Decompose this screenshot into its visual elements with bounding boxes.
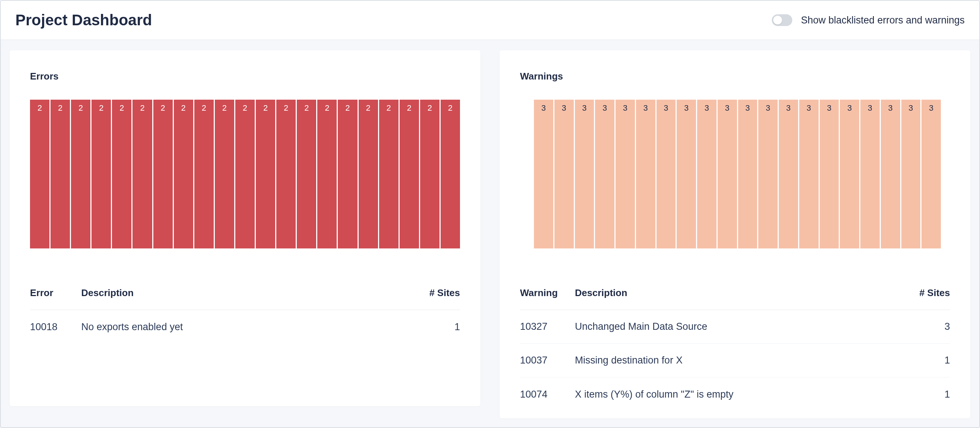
blacklist-toggle-label: Show blacklisted errors and warnings [801, 14, 965, 26]
errors-chart-bar[interactable]: 2 [132, 100, 152, 248]
warnings-chart-bar[interactable]: 3 [554, 100, 574, 248]
warnings-chart-bar[interactable]: 3 [718, 100, 737, 248]
warning-description: Unchanged Main Data Source [575, 321, 899, 332]
table-row[interactable]: 10074X items (Y%) of column "Z" is empty… [520, 377, 950, 411]
warning-sites: 1 [899, 389, 950, 400]
errors-chart-bar[interactable]: 2 [71, 100, 91, 248]
errors-chart: 222222222222222222222 [30, 100, 460, 248]
col-header-warning-desc: Description [575, 287, 899, 299]
errors-chart-bar[interactable]: 2 [91, 100, 111, 248]
errors-chart-bar[interactable]: 2 [317, 100, 337, 248]
table-row[interactable]: 10018No exports enabled yet1 [30, 310, 460, 344]
table-row[interactable]: 10037Missing destination for X1 [520, 344, 950, 377]
warnings-chart: 33333333333333333333 [520, 100, 950, 248]
warnings-chart-bar[interactable]: 3 [595, 100, 614, 248]
errors-panel-title: Errors [30, 71, 460, 82]
warnings-chart-bar[interactable]: 3 [758, 100, 778, 248]
error-id: 10018 [30, 321, 81, 333]
warnings-chart-bar[interactable]: 3 [860, 100, 880, 248]
blacklist-toggle[interactable] [772, 14, 792, 26]
errors-chart-bar[interactable]: 2 [256, 100, 275, 248]
warnings-panel: Warnings 33333333333333333333 Warning De… [500, 50, 970, 418]
warning-id: 10037 [520, 355, 575, 366]
warnings-chart-bar[interactable]: 3 [697, 100, 716, 248]
errors-panel: Errors 222222222222222222222 Error Descr… [10, 50, 480, 406]
warnings-chart-bar[interactable]: 3 [534, 100, 553, 248]
errors-chart-bar[interactable]: 2 [51, 100, 70, 248]
warning-id: 10327 [520, 321, 575, 332]
errors-table: Error Description # Sites 10018No export… [30, 287, 460, 344]
warnings-chart-bar[interactable]: 3 [657, 100, 676, 248]
dashboard-frame: Project Dashboard Show blacklisted error… [0, 0, 980, 428]
errors-chart-bar[interactable]: 2 [174, 100, 193, 248]
warnings-table-header: Warning Description # Sites [520, 287, 950, 310]
errors-chart-bar[interactable]: 2 [30, 100, 49, 248]
warnings-panel-title: Warnings [520, 71, 950, 82]
errors-chart-bar[interactable]: 2 [399, 100, 419, 248]
errors-chart-bar[interactable]: 2 [379, 100, 399, 248]
warning-sites: 1 [899, 355, 950, 366]
errors-table-header: Error Description # Sites [30, 287, 460, 310]
warnings-chart-bar[interactable]: 3 [677, 100, 696, 248]
errors-chart-bar[interactable]: 2 [297, 100, 316, 248]
warnings-chart-bar[interactable]: 3 [738, 100, 757, 248]
warning-sites: 3 [899, 321, 950, 332]
errors-chart-bar[interactable]: 2 [338, 100, 357, 248]
top-bar: Project Dashboard Show blacklisted error… [1, 1, 979, 40]
warnings-chart-bar[interactable]: 3 [820, 100, 839, 248]
col-header-error-id: Error [30, 287, 81, 299]
errors-chart-bar[interactable]: 2 [276, 100, 296, 248]
errors-chart-bar[interactable]: 2 [235, 100, 255, 248]
warnings-chart-bar[interactable]: 3 [881, 100, 900, 248]
warning-description: X items (Y%) of column "Z" is empty [575, 389, 899, 400]
warnings-chart-bar[interactable]: 3 [921, 100, 941, 248]
table-row[interactable]: 10327Unchanged Main Data Source3 [520, 310, 950, 344]
toggle-knob [773, 16, 782, 24]
error-sites: 1 [409, 321, 460, 333]
col-header-error-desc: Description [81, 287, 409, 299]
warnings-chart-bar[interactable]: 3 [901, 100, 921, 248]
warnings-chart-bar[interactable]: 3 [575, 100, 594, 248]
errors-chart-bar[interactable]: 2 [215, 100, 234, 248]
errors-chart-bar[interactable]: 2 [153, 100, 173, 248]
error-description: No exports enabled yet [81, 321, 409, 333]
warnings-chart-bar[interactable]: 3 [799, 100, 819, 248]
warnings-chart-bar[interactable]: 3 [616, 100, 635, 248]
errors-chart-bar[interactable]: 2 [359, 100, 378, 248]
errors-chart-bar[interactable]: 2 [420, 100, 439, 248]
errors-chart-bar[interactable]: 2 [112, 100, 131, 248]
warnings-chart-bar[interactable]: 3 [779, 100, 798, 248]
blacklist-toggle-wrap: Show blacklisted errors and warnings [772, 14, 965, 26]
col-header-warning-sites: # Sites [899, 287, 950, 299]
warnings-table: Warning Description # Sites 10327Unchang… [520, 287, 950, 411]
warning-id: 10074 [520, 389, 575, 400]
content-area: Errors 222222222222222222222 Error Descr… [1, 40, 979, 427]
errors-chart-bar[interactable]: 2 [441, 100, 460, 248]
warnings-chart-bar[interactable]: 3 [636, 100, 655, 248]
errors-chart-bar[interactable]: 2 [194, 100, 214, 248]
col-header-error-sites: # Sites [409, 287, 460, 299]
col-header-warning-id: Warning [520, 287, 575, 299]
warnings-chart-bar[interactable]: 3 [840, 100, 859, 248]
page-title: Project Dashboard [15, 11, 152, 29]
warning-description: Missing destination for X [575, 355, 899, 366]
